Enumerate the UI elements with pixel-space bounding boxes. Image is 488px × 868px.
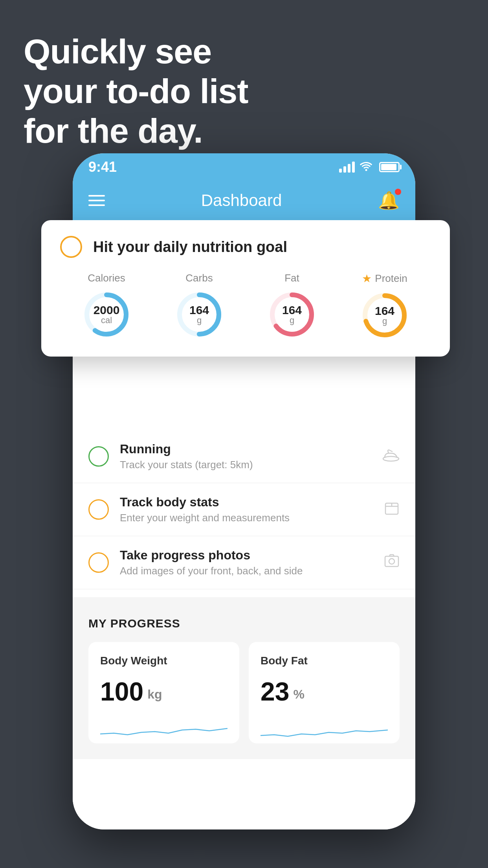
body-weight-label: Body Weight xyxy=(100,655,227,667)
protein-donut: 164 g xyxy=(359,290,410,341)
carbs-value: 164 xyxy=(189,304,209,316)
calories-donut: 2000 cal xyxy=(81,289,132,340)
body-weight-unit: kg xyxy=(147,687,162,702)
protein-unit: g xyxy=(375,317,394,326)
my-progress-title: MY PROGRESS xyxy=(88,617,400,630)
calories-stat: Calories 2000 cal xyxy=(81,272,132,340)
todo-item-running[interactable]: Running Track your stats (target: 5km) xyxy=(73,430,415,483)
fat-donut: 164 g xyxy=(266,289,317,340)
my-progress-section: MY PROGRESS Body Weight 100 kg Body Fat xyxy=(73,597,415,759)
app-title: Dashboard xyxy=(201,191,282,210)
todo-circle-progress-photos xyxy=(88,552,109,573)
carbs-donut-center: 164 g xyxy=(189,304,209,325)
protein-donut-center: 164 g xyxy=(375,305,394,326)
todo-circle-running xyxy=(88,446,109,467)
svg-point-5 xyxy=(389,559,394,564)
todo-subtitle-track-body-stats: Enter your weight and measurements xyxy=(120,512,373,524)
protein-value: 164 xyxy=(375,305,394,317)
protein-label: ★ Protein xyxy=(362,272,407,285)
wifi-icon xyxy=(360,160,373,174)
nutrition-card-header: Hit your daily nutrition goal xyxy=(60,236,431,258)
todo-title-track-body-stats: Track body stats xyxy=(120,495,373,509)
progress-cards: Body Weight 100 kg Body Fat 23 % xyxy=(88,642,400,743)
body-fat-label: Body Fat xyxy=(261,655,388,667)
todo-item-progress-photos[interactable]: Take progress photos Add images of your … xyxy=(73,536,415,589)
notification-dot xyxy=(395,189,401,195)
app-header: Dashboard 🔔 xyxy=(73,181,415,220)
fat-stat: Fat 164 g xyxy=(266,272,317,340)
nutrition-card-title: Hit your daily nutrition goal xyxy=(93,239,287,256)
hero-headline: Quickly see your to-do list for the day. xyxy=(24,31,248,151)
todo-text-running: Running Track your stats (target: 5km) xyxy=(120,442,371,471)
star-icon: ★ xyxy=(362,272,372,285)
body-fat-value: 23 % xyxy=(261,677,388,706)
carbs-label: Carbs xyxy=(185,272,213,284)
todo-text-progress-photos: Take progress photos Add images of your … xyxy=(120,548,373,577)
body-weight-card: Body Weight 100 kg xyxy=(88,642,239,743)
todo-circle-track-body-stats xyxy=(88,499,109,520)
carbs-unit: g xyxy=(189,316,209,325)
shoe-icon xyxy=(382,448,400,465)
calories-label: Calories xyxy=(88,272,125,284)
todo-list: Running Track your stats (target: 5km) T… xyxy=(73,430,415,589)
nutrition-circle-check-icon xyxy=(60,236,82,258)
todo-item-track-body-stats[interactable]: Track body stats Enter your weight and m… xyxy=(73,483,415,536)
body-fat-card: Body Fat 23 % xyxy=(249,642,400,743)
nutrition-card: Hit your daily nutrition goal Calories 2… xyxy=(41,220,450,357)
calories-unit: cal xyxy=(94,316,120,325)
body-weight-chart xyxy=(100,718,227,742)
body-fat-chart xyxy=(261,718,388,742)
fat-unit: g xyxy=(282,316,302,325)
todo-text-track-body-stats: Track body stats Enter your weight and m… xyxy=(120,495,373,524)
todo-subtitle-progress-photos: Add images of your front, back, and side xyxy=(120,565,373,577)
fat-donut-center: 164 g xyxy=(282,304,302,325)
calories-value: 2000 xyxy=(94,304,120,316)
signal-icon xyxy=(339,162,355,173)
bell-icon[interactable]: 🔔 xyxy=(378,190,400,211)
status-bar: 9:41 xyxy=(73,153,415,181)
calories-donut-center: 2000 cal xyxy=(94,304,120,325)
battery-icon xyxy=(379,162,400,172)
carbs-donut: 164 g xyxy=(174,289,225,340)
photo-icon xyxy=(384,553,400,572)
todo-title-running: Running xyxy=(120,442,371,456)
hamburger-menu-button[interactable] xyxy=(88,195,105,206)
protein-stat: ★ Protein 164 g xyxy=(359,272,410,341)
status-time: 9:41 xyxy=(88,159,117,175)
scale-icon xyxy=(384,500,400,519)
todo-subtitle-running: Track your stats (target: 5km) xyxy=(120,459,371,471)
fat-label: Fat xyxy=(284,272,299,284)
todo-title-progress-photos: Take progress photos xyxy=(120,548,373,563)
body-weight-value: 100 kg xyxy=(100,677,227,706)
status-icons xyxy=(339,160,400,174)
nutrition-stats: Calories 2000 cal Carbs xyxy=(60,272,431,341)
carbs-stat: Carbs 164 g xyxy=(174,272,225,340)
svg-rect-4 xyxy=(385,556,398,566)
fat-value: 164 xyxy=(282,304,302,316)
body-fat-unit: % xyxy=(293,687,304,702)
